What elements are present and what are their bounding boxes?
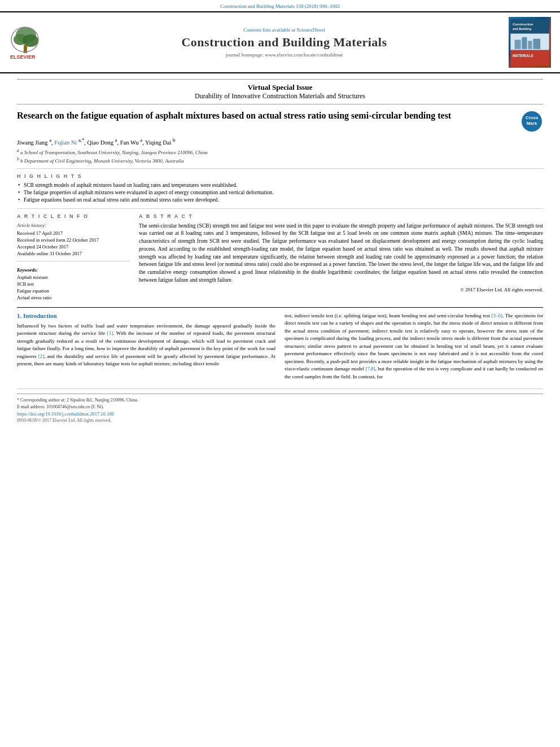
divider-after-highlights <box>17 208 543 209</box>
body-two-col: 1. Introduction Influenced by two factor… <box>17 312 543 385</box>
journal-cover-image: Construction and Building MATERIALS <box>509 17 551 68</box>
keywords-title: Keywords: <box>17 267 130 273</box>
highlight-item-1: SCB strength models of asphalt mixtures … <box>17 182 543 188</box>
keyword-2: SCB test <box>17 281 130 287</box>
ref-3-6[interactable]: [3–6] <box>492 313 503 318</box>
divider-keywords <box>17 261 130 261</box>
svg-text:ELSEVIER: ELSEVIER <box>10 54 36 60</box>
footer-divider <box>17 388 543 389</box>
accepted-date: Accepted 24 October 2017 <box>17 244 130 250</box>
body-col-left: 1. Introduction Influenced by two factor… <box>17 312 275 385</box>
highlight-item-3: Fatigue equations based on real actual s… <box>17 197 543 203</box>
svg-text:Cross: Cross <box>526 115 539 120</box>
svg-text:MATERIALS: MATERIALS <box>513 54 533 58</box>
highlights-label: H I G H L I G H T S <box>17 173 543 179</box>
page: Construction and Building Materials 158 … <box>0 0 560 747</box>
received-date: Received 17 April 2017 <box>17 230 130 236</box>
intro-para-2: test, indirect tensile test (i.e. splitt… <box>285 312 543 381</box>
body-divider <box>17 307 543 308</box>
online-date: Available online 31 October 2017 <box>17 251 130 256</box>
crossmark-svg: Cross Mark <box>520 110 543 133</box>
svg-text:Mark: Mark <box>527 121 537 126</box>
email-note: E-mail address: 101004746@seu.edu.cn (F.… <box>17 404 543 409</box>
body-col-right: test, indirect tensile test (i.e. splitt… <box>285 312 543 385</box>
abstract-label: A B S T R A C T <box>139 213 543 219</box>
highlights-section: H I G H L I G H T S SCB strength models … <box>17 173 543 203</box>
journal-title-center: Contents lists available at ScienceDirec… <box>65 27 503 58</box>
sciencedirect-link-text[interactable]: ScienceDirect <box>297 27 325 33</box>
corresponding-note: * Corresponding author at: 2 Sipailou Rd… <box>17 397 543 403</box>
journal-header: ELSEVIER Contents lists available at Sci… <box>0 11 560 73</box>
special-issue-title: Virtual Special Issue <box>17 83 543 92</box>
authors: Jiwang Jiang a, Fujian Ni a,*, Qiao Dong… <box>17 137 543 146</box>
doi-link[interactable]: https://doi.org/10.1016/j.conbuildmat.20… <box>17 411 543 417</box>
elsevier-logo: ELSEVIER <box>9 24 60 62</box>
abstract-col: A B S T R A C T The semi-circular bendin… <box>139 213 543 302</box>
special-issue-subtitle: Durability of Innovative Construction Ma… <box>17 92 543 101</box>
keyword-3: Fatigue equation <box>17 288 130 294</box>
svg-rect-8 <box>510 19 549 34</box>
crossmark-logo[interactable]: Cross Mark <box>520 110 543 133</box>
svg-text:Construction: Construction <box>513 23 533 26</box>
sciencedirect-text: Contents lists available at ScienceDirec… <box>65 27 503 33</box>
journal-reference-bar: Construction and Building Materials 158 … <box>0 0 560 11</box>
ref-1[interactable]: [1] <box>107 330 113 336</box>
cover-svg: Construction and Building MATERIALS <box>509 19 551 65</box>
article-title-section: Research on the fatigue equation of asph… <box>17 110 543 133</box>
corresponding-author[interactable]: Fujian Ni <box>54 139 77 146</box>
highlight-item-2: The fatigue properties of asphalt mixtur… <box>17 190 543 195</box>
cover-image-placeholder: Construction and Building MATERIALS <box>509 17 551 68</box>
journal-ref-text: Construction and Building Materials 158 … <box>220 3 340 9</box>
intro-heading: 1. Introduction <box>17 312 275 319</box>
keyword-1: Asphalt mixture <box>17 274 130 280</box>
svg-rect-11 <box>515 40 521 49</box>
issn-text: 0950-0618/© 2017 Elsevier Ltd. All right… <box>17 418 543 423</box>
svg-text:and Building: and Building <box>513 27 531 30</box>
journal-homepage: journal homepage: www.elsevier.com/locat… <box>65 52 503 58</box>
article-info-label: A R T I C L E I N F O <box>17 213 130 219</box>
affiliation-a: a a School of Transportation, Southeast … <box>17 148 543 155</box>
svg-point-3 <box>23 34 38 47</box>
article-info-col: A R T I C L E I N F O Article history: R… <box>17 213 130 302</box>
svg-rect-12 <box>522 37 527 49</box>
copyright-text: © 2017 Elsevier Ltd. All rights reserved… <box>139 287 543 292</box>
revised-date: Received in revised form 22 October 2017 <box>17 237 130 243</box>
elsevier-logo-svg: ELSEVIER <box>9 24 60 60</box>
ref-7-8[interactable]: [7,8] <box>365 366 375 372</box>
keyword-4: Actual stress ratio <box>17 295 130 300</box>
main-content: Virtual Special Issue Durability of Inno… <box>0 73 560 429</box>
intro-para-1: Influenced by two factors of traffic loa… <box>17 322 275 368</box>
special-issue-banner: Virtual Special Issue Durability of Inno… <box>17 79 543 104</box>
svg-rect-14 <box>533 39 540 49</box>
svg-rect-13 <box>528 41 532 49</box>
article-title: Research on the fatigue equation of asph… <box>17 110 515 122</box>
abstract-text: The semi-circular bending (SCB) strength… <box>139 222 543 285</box>
keywords-section: Keywords: Asphalt mixture SCB test Fatig… <box>17 267 130 300</box>
article-info-abstract-section: A R T I C L E I N F O Article history: R… <box>17 213 543 302</box>
divider-after-authors <box>17 168 543 169</box>
journal-name: Construction and Building Materials <box>65 35 503 50</box>
footer-section: * Corresponding author at: 2 Sipailou Rd… <box>17 394 543 423</box>
article-history-label: Article history: <box>17 222 130 228</box>
ref-2[interactable]: [2] <box>38 353 45 359</box>
affiliation-b: b b Department of Civil Engineering, Mon… <box>17 156 543 164</box>
